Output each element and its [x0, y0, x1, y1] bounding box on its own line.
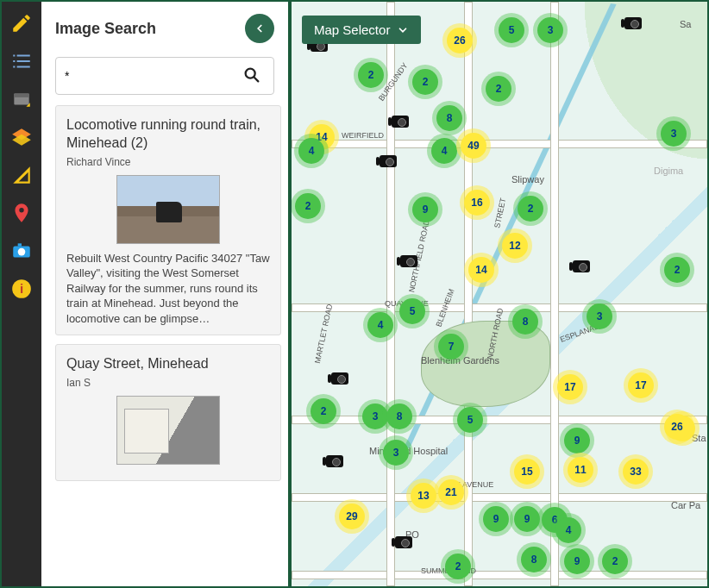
map-label: Digima: [654, 166, 683, 176]
cluster-marker[interactable]: 3: [661, 121, 687, 147]
result-thumbnail: [116, 175, 220, 244]
cluster-marker[interactable]: 5: [499, 17, 524, 43]
map-label: Car Pa: [671, 500, 700, 510]
result-title: Locomotive running round train, Minehead…: [66, 116, 270, 153]
cluster-marker[interactable]: 49: [461, 133, 486, 159]
camera-icon[interactable]: [573, 260, 590, 272]
result-card[interactable]: Locomotive running round train, Minehead…: [55, 105, 281, 335]
camera-icon[interactable]: [400, 255, 417, 267]
map-canvas[interactable]: Map Selector Slipway Blenheim Gardens Mi…: [292, 2, 707, 586]
cluster-marker[interactable]: 2: [412, 69, 438, 95]
cluster-marker[interactable]: 9: [514, 506, 540, 532]
cluster-marker[interactable]: 11: [568, 457, 593, 483]
search-input[interactable]: [65, 69, 265, 83]
left-toolbar: i: [2, 2, 41, 586]
cluster-marker[interactable]: 8: [436, 105, 462, 131]
cluster-marker[interactable]: 17: [557, 374, 583, 400]
cluster-marker[interactable]: 13: [411, 483, 436, 509]
result-card[interactable]: Quay Street, Minehead Ian S: [55, 344, 281, 481]
svg-rect-7: [18, 243, 22, 246]
cluster-marker[interactable]: 2: [664, 257, 690, 283]
cluster-marker[interactable]: 17: [628, 372, 654, 398]
archive-tool[interactable]: [5, 83, 38, 116]
result-title: Quay Street, Minehead: [66, 355, 270, 373]
cluster-marker[interactable]: 33: [623, 459, 649, 485]
cluster-marker[interactable]: 21: [438, 479, 464, 505]
cluster-marker[interactable]: 4: [555, 517, 581, 543]
layers-tool[interactable]: [5, 121, 38, 153]
result-author: Richard Vince: [66, 156, 270, 168]
location-tool[interactable]: [5, 197, 38, 229]
cluster-marker[interactable]: 9: [564, 428, 590, 454]
cluster-marker[interactable]: 2: [445, 554, 471, 579]
camera-icon[interactable]: [326, 455, 343, 467]
cluster-marker[interactable]: 26: [447, 28, 473, 53]
svg-line-11: [254, 77, 259, 81]
cluster-marker[interactable]: 26: [664, 414, 690, 440]
cluster-marker[interactable]: 2: [602, 548, 628, 574]
info-tool[interactable]: i: [5, 272, 38, 305]
draw-tool[interactable]: [5, 7, 38, 40]
cluster-marker[interactable]: 2: [311, 398, 336, 424]
cluster-marker[interactable]: 7: [438, 334, 464, 360]
map-selector-label: Map Selector: [314, 22, 390, 37]
cluster-marker[interactable]: 8: [512, 309, 538, 335]
result-description: Rebuilt West Country Pacific 34027 "Taw …: [66, 251, 270, 327]
cluster-marker[interactable]: 29: [339, 504, 365, 529]
cluster-marker[interactable]: 3: [587, 303, 612, 329]
cluster-marker[interactable]: 3: [383, 440, 409, 466]
cluster-marker[interactable]: 4: [431, 138, 457, 164]
cluster-marker[interactable]: 2: [486, 76, 511, 102]
camera-tool[interactable]: [5, 235, 38, 267]
cluster-marker[interactable]: 3: [362, 403, 388, 429]
chevron-down-icon: [397, 24, 409, 36]
search-icon[interactable]: [242, 66, 261, 87]
map-label: WEIRFIELD: [342, 131, 384, 140]
map-label: Sa: [680, 19, 691, 29]
map-label: Sta: [692, 433, 706, 443]
cluster-marker[interactable]: 3: [537, 17, 563, 43]
cluster-marker[interactable]: 2: [295, 193, 321, 219]
cluster-marker[interactable]: 9: [483, 506, 509, 532]
results-list[interactable]: Locomotive running round train, Minehead…: [41, 105, 288, 586]
cluster-marker[interactable]: 2: [358, 62, 384, 88]
map-label: Slipway: [511, 174, 544, 185]
layers-list-tool[interactable]: [5, 45, 38, 78]
camera-icon[interactable]: [395, 536, 412, 548]
chevron-left-icon: [254, 22, 266, 34]
search-box: [55, 57, 274, 95]
svg-text:i: i: [20, 281, 23, 296]
cluster-marker[interactable]: 9: [412, 197, 438, 222]
svg-rect-1: [14, 94, 28, 97]
cluster-marker[interactable]: 4: [298, 138, 324, 164]
result-author: Ian S: [66, 377, 270, 389]
camera-icon[interactable]: [624, 17, 642, 29]
panel-title: Image Search: [55, 20, 156, 38]
svg-point-6: [18, 248, 26, 256]
cluster-marker[interactable]: 9: [564, 548, 590, 574]
camera-icon[interactable]: [392, 116, 409, 128]
camera-icon[interactable]: [331, 372, 348, 385]
map-selector-button[interactable]: Map Selector: [302, 16, 421, 44]
result-thumbnail: [116, 396, 220, 465]
image-search-panel: Image Search Locomotive running round tr…: [41, 2, 292, 586]
cluster-marker[interactable]: 8: [386, 403, 412, 429]
cluster-marker[interactable]: 12: [502, 233, 528, 259]
cluster-marker[interactable]: 5: [399, 298, 425, 324]
cluster-marker[interactable]: 8: [521, 547, 547, 572]
cluster-marker[interactable]: 5: [457, 407, 483, 433]
cluster-marker[interactable]: 15: [514, 459, 540, 485]
measure-tool[interactable]: [5, 159, 38, 191]
cluster-marker[interactable]: 14: [468, 257, 494, 283]
camera-icon[interactable]: [380, 155, 397, 167]
cluster-marker[interactable]: 16: [464, 190, 490, 216]
cluster-marker[interactable]: 2: [518, 196, 543, 222]
cluster-marker[interactable]: 4: [367, 312, 393, 338]
collapse-panel-button[interactable]: [245, 14, 274, 43]
